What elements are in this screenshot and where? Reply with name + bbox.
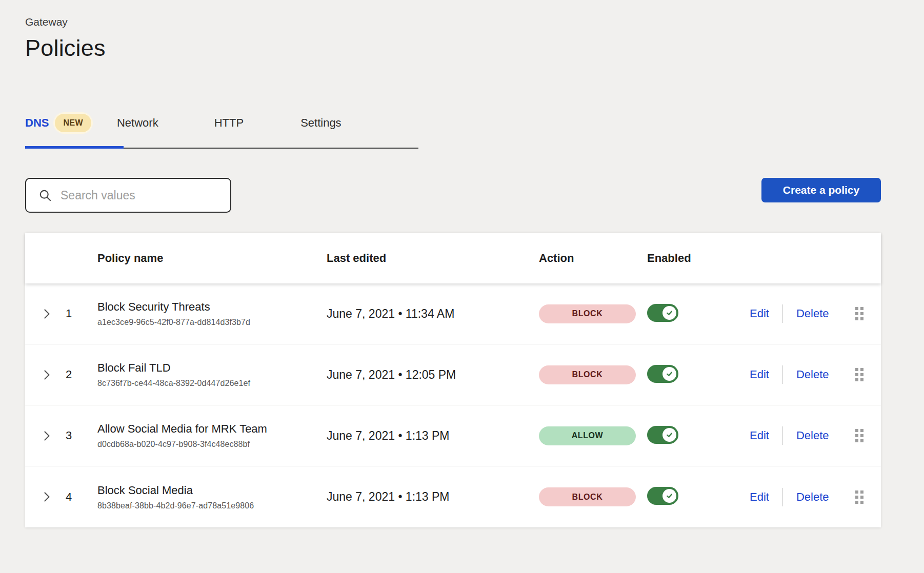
policy-name: Allow Social Media for MRK Team [97, 422, 327, 436]
expand-row-button[interactable] [41, 427, 53, 444]
last-edited-value: June 7, 2021 • 1:13 PM [327, 429, 539, 443]
chevron-right-icon [43, 308, 51, 320]
active-tab-indicator [25, 146, 124, 149]
toolbar: Create a policy [25, 178, 881, 213]
policy-name: Block Social Media [97, 484, 327, 497]
column-enabled: Enabled [647, 252, 750, 265]
policy-id: d0cdb68a-b020-4c97-b908-3f4c48ec88bf [97, 440, 327, 449]
check-icon [666, 309, 673, 317]
column-last-edited: Last edited [327, 252, 539, 265]
row-index: 3 [59, 429, 97, 442]
tab-dns[interactable]: DNS NEW [25, 114, 91, 132]
toggle-knob [662, 489, 676, 503]
edit-link[interactable]: Edit [750, 307, 769, 320]
edit-link[interactable]: Edit [750, 429, 769, 442]
last-edited-value: June 7, 2021 • 12:05 PM [327, 368, 539, 382]
table-row: 1 Block Security Threats a1ec3ce9-96c5-4… [25, 283, 881, 344]
policy-id: 8b38beaf-38bb-4b2d-96e7-ad78a51e9806 [97, 501, 327, 510]
enabled-toggle[interactable] [647, 487, 678, 505]
table-row: 4 Block Social Media 8b38beaf-38bb-4b2d-… [25, 466, 881, 527]
table-body: 1 Block Security Threats a1ec3ce9-96c5-4… [25, 283, 881, 527]
delete-link[interactable]: Delete [796, 307, 829, 320]
table-row: 3 Allow Social Media for MRK Team d0cdb6… [25, 405, 881, 466]
action-badge: BLOCK [539, 365, 636, 384]
toggle-knob [662, 367, 676, 381]
table-header: Policy name Last edited Action Enabled [25, 233, 881, 283]
edit-link[interactable]: Edit [750, 490, 769, 504]
page-title: Policies [25, 35, 881, 62]
tab-underline [25, 146, 418, 149]
expand-row-button[interactable] [41, 488, 53, 505]
chevron-right-icon [43, 490, 51, 503]
table-row: 2 Block Fail TLD 8c736f7b-ce44-48ca-8392… [25, 344, 881, 405]
last-edited-value: June 7, 2021 • 1:13 PM [327, 490, 539, 504]
row-index: 2 [59, 368, 97, 381]
policy-id: 8c736f7b-ce44-48ca-8392-0d447d26e1ef [97, 379, 327, 388]
new-badge: NEW [55, 114, 91, 132]
edit-link[interactable]: Edit [750, 368, 769, 381]
page-content: Gateway Policies DNS NEW Network HTTP Se… [25, 0, 881, 527]
row-index: 1 [59, 307, 97, 320]
row-index: 4 [59, 490, 97, 504]
expand-row-button[interactable] [41, 366, 53, 383]
enabled-toggle[interactable] [647, 365, 678, 383]
search-input[interactable] [61, 189, 221, 202]
action-divider [782, 304, 782, 323]
search-icon [38, 189, 52, 202]
column-policy-name: Policy name [97, 252, 327, 265]
enabled-toggle[interactable] [647, 426, 678, 444]
action-divider [782, 488, 782, 506]
delete-link[interactable]: Delete [796, 429, 829, 442]
tab-http[interactable]: HTTP [214, 116, 244, 130]
check-icon [666, 370, 673, 378]
tab-settings[interactable]: Settings [300, 116, 342, 130]
tab-network[interactable]: Network [117, 116, 158, 130]
policy-id: a1ec3ce9-96c5-42f0-877a-dd814d3f3b7d [97, 318, 327, 327]
drag-handle-icon[interactable] [855, 307, 863, 320]
drag-handle-icon[interactable] [855, 490, 863, 504]
toggle-knob [662, 306, 676, 320]
search-box[interactable] [25, 178, 231, 213]
chevron-right-icon [43, 429, 51, 442]
drag-handle-icon[interactable] [855, 429, 863, 442]
create-policy-button[interactable]: Create a policy [761, 178, 881, 202]
action-divider [782, 426, 782, 445]
breadcrumb: Gateway [25, 0, 881, 28]
last-edited-value: June 7, 2021 • 11:34 AM [327, 307, 539, 321]
action-badge: BLOCK [539, 304, 636, 323]
policies-table: Policy name Last edited Action Enabled 1… [25, 233, 881, 527]
column-action: Action [539, 252, 647, 265]
policy-name: Block Fail TLD [97, 361, 327, 375]
chevron-right-icon [43, 369, 51, 381]
tab-bar: DNS NEW Network HTTP Settings [25, 111, 881, 149]
action-badge: BLOCK [539, 487, 636, 506]
check-icon [666, 492, 673, 500]
toggle-knob [662, 428, 676, 442]
tab-dns-label: DNS [25, 116, 49, 130]
expand-row-button[interactable] [41, 305, 53, 322]
check-icon [666, 431, 673, 439]
action-divider [782, 365, 782, 384]
delete-link[interactable]: Delete [796, 490, 829, 504]
action-badge: ALLOW [539, 426, 636, 445]
delete-link[interactable]: Delete [796, 368, 829, 381]
drag-handle-icon[interactable] [855, 368, 863, 381]
policy-name: Block Security Threats [97, 300, 327, 314]
enabled-toggle[interactable] [647, 304, 678, 322]
